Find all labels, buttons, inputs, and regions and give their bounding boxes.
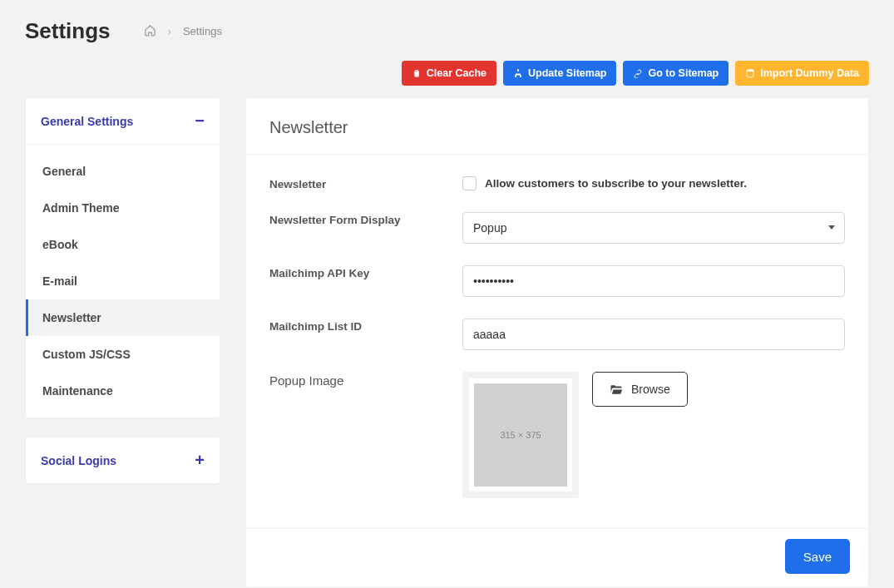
- sidebar-item-email[interactable]: E-mail: [26, 263, 220, 299]
- sidebar-item-maintenance[interactable]: Maintenance: [26, 373, 220, 409]
- breadcrumb-current: Settings: [183, 25, 222, 37]
- form-display-label: Newsletter Form Display: [269, 212, 436, 226]
- sidebar-item-ebook[interactable]: eBook: [26, 226, 220, 263]
- sidebar-item-custom-js-css[interactable]: Custom JS/CSS: [26, 336, 220, 373]
- update-sitemap-button[interactable]: Update Sitemap: [503, 61, 616, 86]
- svg-point-0: [747, 69, 753, 72]
- database-icon: [745, 68, 755, 78]
- sidebar-group-social: Social Logins +: [25, 437, 220, 484]
- section-title: Newsletter: [269, 118, 845, 137]
- accordion-header-social[interactable]: Social Logins +: [26, 437, 220, 483]
- sidebar-item-general[interactable]: General: [26, 153, 220, 190]
- trash-icon: [412, 68, 422, 78]
- link-icon: [633, 68, 643, 78]
- newsletter-label: Newsletter: [269, 176, 436, 190]
- sidebar-group-general: General Settings − General Admin Theme e…: [25, 97, 220, 418]
- sidebar-item-admin-theme[interactable]: Admin Theme: [26, 190, 220, 226]
- breadcrumb: › Settings: [144, 24, 222, 39]
- home-icon[interactable]: [144, 24, 156, 39]
- placeholder-dimensions: 315 × 375: [474, 383, 567, 487]
- chevron-right-icon: ›: [168, 25, 171, 37]
- list-id-label: Mailchimp List ID: [269, 319, 436, 333]
- clear-cache-button[interactable]: Clear Cache: [402, 61, 496, 86]
- newsletter-checkbox-label: Allow customers to subscribe to your new…: [485, 177, 747, 190]
- list-id-input[interactable]: [462, 319, 845, 350]
- sitemap-icon: [513, 68, 523, 78]
- minus-icon: −: [195, 111, 205, 131]
- accordion-header-general[interactable]: General Settings −: [26, 98, 220, 145]
- import-dummy-button[interactable]: Import Dummy Data: [735, 61, 869, 86]
- popup-image-label: Popup Image: [269, 372, 436, 388]
- settings-card: Newsletter Newsletter Allow customers to…: [245, 97, 869, 588]
- api-key-label: Mailchimp API Key: [269, 265, 436, 279]
- newsletter-checkbox[interactable]: [462, 176, 477, 190]
- api-key-input[interactable]: [462, 265, 845, 297]
- plus-icon: +: [195, 451, 205, 470]
- folder-open-icon: [610, 384, 623, 395]
- sidebar-item-newsletter[interactable]: Newsletter: [26, 299, 220, 336]
- go-to-sitemap-button[interactable]: Go to Sitemap: [623, 61, 729, 86]
- page-title: Settings: [25, 18, 111, 44]
- browse-button[interactable]: Browse: [592, 372, 688, 407]
- save-button[interactable]: Save: [785, 539, 850, 574]
- popup-image-preview: 315 × 375: [462, 372, 579, 498]
- toolbar: Clear Cache Update Sitemap Go to Sitemap…: [0, 51, 894, 97]
- form-display-select[interactable]: Popup: [462, 212, 845, 244]
